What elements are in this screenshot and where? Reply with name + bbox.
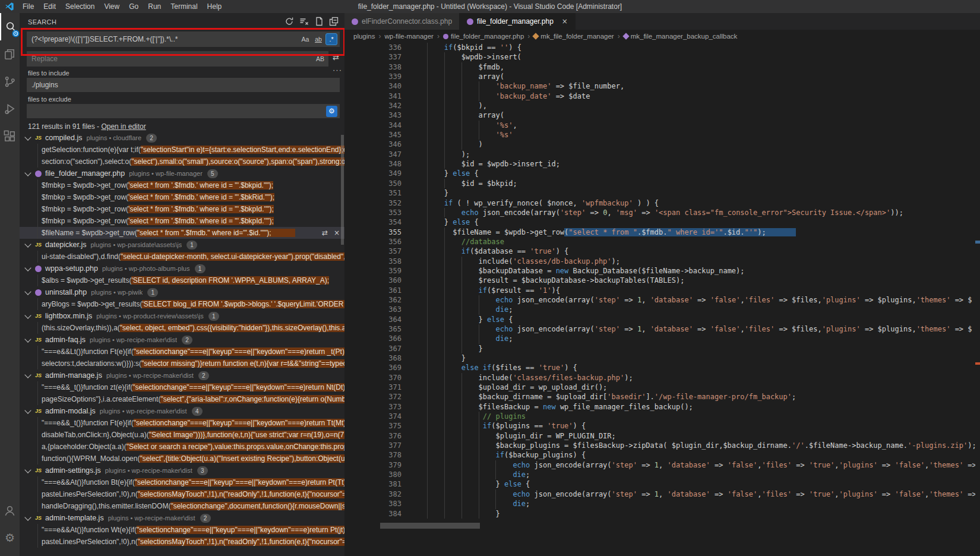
code-line[interactable]: 368 } — [344, 353, 975, 363]
menu-view[interactable]: View — [99, 0, 124, 13]
menu-file[interactable]: File — [18, 0, 39, 13]
code-line[interactable]: 347 ); — [344, 150, 975, 159]
search-result-file-row[interactable]: JSdatepicker.jsplugins • wp-parsidate\as… — [20, 239, 344, 251]
chevron-down-icon[interactable] — [24, 407, 31, 413]
code-line[interactable]: 382 echo json_encode(array('step' => 1, … — [344, 489, 975, 499]
breadcrumb-item[interactable]: mk_file_folder_manager — [533, 33, 614, 40]
close-icon[interactable]: × — [562, 17, 568, 26]
search-result-file-row[interactable]: JSadmin-modal.jsplugins • wp-recipe-make… — [20, 405, 344, 417]
search-result-file-row[interactable]: JSadmin-faq.jsplugins • wp-recipe-maker\… — [20, 334, 344, 346]
activity-account-icon[interactable] — [0, 497, 20, 524]
code-line[interactable]: 376 $plugin_dir = WP_PLUGIN_DIR; — [344, 431, 975, 441]
search-result-file-row[interactable]: JSadmin-settings.jsplugins • wp-recipe-m… — [20, 465, 344, 476]
search-input[interactable]: (?<!prepare)\((['|"])SELECT.+FROM.+(['|"… — [27, 31, 340, 47]
code-line[interactable]: 364 } else { — [344, 315, 975, 324]
activity-source-control-icon[interactable] — [0, 68, 20, 95]
activity-settings-icon[interactable]: ⚙ — [0, 524, 20, 551]
code-line[interactable]: 351 } — [344, 188, 975, 198]
search-match-row[interactable]: $fmbkp = $wpdb->get_row('select * from '… — [20, 203, 344, 215]
replace-all-icon[interactable]: ⇄ — [333, 53, 339, 62]
search-match-row[interactable]: $fmbkp = $wpdb->get_row('select * from '… — [20, 179, 344, 191]
more-actions-icon[interactable]: ··· — [333, 65, 342, 74]
collapse-all-icon[interactable] — [329, 17, 339, 26]
code-line[interactable]: 363 die; — [344, 305, 975, 314]
code-line[interactable]: 373 $filesBackup = new wp_file_manager_f… — [344, 402, 975, 412]
search-result-file-row[interactable]: JSlightbox.min.jsplugins • wp-product-re… — [20, 310, 344, 322]
search-match-row[interactable]: "===e&&At()}function Bt(e){if("selection… — [20, 476, 344, 488]
files-to-include-input[interactable]: ./plugins — [27, 78, 340, 92]
open-in-editor-link[interactable]: Open in editor — [101, 122, 146, 131]
code-line[interactable]: 384 } — [344, 509, 975, 519]
code-line[interactable]: 366 die; — [344, 334, 975, 343]
clear-results-icon[interactable] — [299, 17, 309, 26]
search-match-row[interactable]: function(){WPRM_Modal.open("select",{tit… — [20, 453, 344, 465]
code-line[interactable]: 350 $id = $bkpid; — [344, 179, 975, 188]
code-line[interactable]: 348 $id = $wpdb->insert_id; — [344, 159, 975, 169]
tab-elFinderConnector.class.php[interactable]: elFinderConnector.class.php — [344, 13, 460, 30]
search-match-row[interactable]: a,{placeholder:Object(a.a)("Select or se… — [20, 441, 344, 453]
menu-help[interactable]: Help — [203, 0, 227, 13]
breadcrumb-item[interactable]: plugins — [353, 33, 375, 40]
code-line[interactable]: 379 echo json_encode(array('step' => 1, … — [344, 460, 975, 470]
breadcrumb-item[interactable]: mk_file_manager_backup_callback — [624, 33, 738, 40]
code-line[interactable]: 362 echo json_encode(array('step' => 1, … — [344, 295, 975, 305]
chevron-down-icon[interactable] — [24, 312, 31, 318]
code-line[interactable]: 344 '%s', — [344, 121, 975, 130]
code-line[interactable]: 356 //database — [344, 237, 975, 247]
activity-search-icon[interactable] — [0, 13, 21, 40]
search-result-file-row[interactable]: wppa-setup.phpplugins • wp-photo-album-p… — [20, 263, 344, 274]
search-match-row[interactable]: pageSizeOptions"},i.a.createElement("sel… — [20, 393, 344, 405]
chevron-down-icon[interactable] — [24, 134, 31, 140]
editor-horizontal-scrollbar[interactable] — [380, 523, 480, 529]
chevron-down-icon[interactable] — [24, 288, 31, 295]
menu-selection[interactable]: Selection — [61, 0, 99, 13]
replace-input[interactable]: Replace AB — [27, 51, 328, 67]
code-line[interactable]: 345 '%s' — [344, 130, 975, 140]
search-result-file-row[interactable]: JScompiled.jsplugins • cloudflare2 — [20, 132, 344, 144]
search-match-row[interactable]: $fmbkp = $wpdb->get_row('select * from '… — [20, 191, 344, 203]
code-line[interactable]: 339 array( — [344, 72, 975, 81]
search-match-row[interactable]: "===e&&_t()}function zt(e){if("selection… — [20, 381, 344, 393]
breadcrumb-item[interactable]: file_folder_manager.php — [443, 33, 524, 40]
code-line[interactable]: 342 ), — [344, 101, 975, 110]
code-line[interactable]: 383 die; — [344, 499, 975, 508]
whole-word-icon[interactable]: ab — [312, 33, 324, 45]
code-line[interactable]: 375 if($plugins == 'true') { — [344, 421, 975, 431]
activity-extensions-icon[interactable] — [0, 122, 20, 150]
code-line[interactable]: 365 echo json_encode(array('step' => 1, … — [344, 324, 975, 334]
code-line[interactable]: 381 } else { — [344, 479, 975, 489]
match-case-icon[interactable]: Aa — [299, 33, 311, 45]
search-result-file-row[interactable]: JSadmin-template.jsplugins • wp-recipe-m… — [20, 512, 344, 524]
search-result-file-row[interactable]: JSadmin-manage.jsplugins • wp-recipe-mak… — [20, 369, 344, 381]
search-match-row[interactable]: selectors:t,declarations:w()})):s("selec… — [20, 358, 344, 369]
code-line[interactable]: 377 $backup_plugins = $filesBackup->zipD… — [344, 441, 975, 450]
dismiss-match-icon[interactable]: × — [334, 227, 340, 239]
chevron-down-icon[interactable] — [24, 169, 31, 176]
code-line[interactable]: 378 if($backup_plugins) { — [344, 450, 975, 460]
files-to-exclude-input[interactable]: ⚙ — [27, 104, 340, 118]
chevron-down-icon[interactable] — [24, 336, 31, 342]
code-editor[interactable]: 336 if($bkpid == '') {337 $wpdb->insert(… — [344, 43, 975, 556]
search-result-file-row[interactable]: file_folder_manager.phpplugins • wp-file… — [20, 168, 344, 179]
code-line[interactable]: 370 include('classes/files-backup.php'); — [344, 373, 975, 383]
code-line[interactable]: 343 array( — [344, 110, 975, 120]
code-line[interactable]: 360 $result = $backupDatabase->backupTab… — [344, 276, 975, 285]
preserve-case-icon[interactable]: AB — [314, 53, 326, 65]
search-match-row[interactable]: getSelection:function(e){var t;if("selec… — [20, 144, 344, 156]
breadcrumb-item[interactable]: wp-file-manager — [384, 33, 433, 40]
code-line[interactable]: 367 } — [344, 344, 975, 353]
search-match-row[interactable]: (this.sizeOverlay,this)),a("select, obje… — [20, 322, 344, 334]
chevron-down-icon[interactable] — [24, 371, 31, 378]
menu-run[interactable]: Run — [143, 0, 166, 13]
search-match-row[interactable]: "===e&&Lt()}function Ft(e){if("selection… — [20, 346, 344, 358]
code-line[interactable]: 369 else if($files == 'true') { — [344, 363, 975, 372]
search-match-row[interactable]: $albs = $wpdb->get_results('SELECT id, d… — [20, 274, 344, 286]
code-line[interactable]: 358 include('classes/db-backup.php'); — [344, 257, 975, 266]
code-line[interactable]: 361 if($result == '1'){ — [344, 286, 975, 295]
code-line[interactable]: 374 // plugins — [344, 412, 975, 421]
code-line[interactable]: 336 if($bkpid == '') { — [344, 43, 975, 52]
code-line[interactable]: 353 echo json_encode(array('step' => 0, … — [344, 208, 975, 217]
menu-terminal[interactable]: Terminal — [166, 0, 202, 13]
code-line[interactable]: 357 if($database == 'true') { — [344, 247, 975, 256]
new-search-editor-icon[interactable] — [314, 17, 324, 26]
